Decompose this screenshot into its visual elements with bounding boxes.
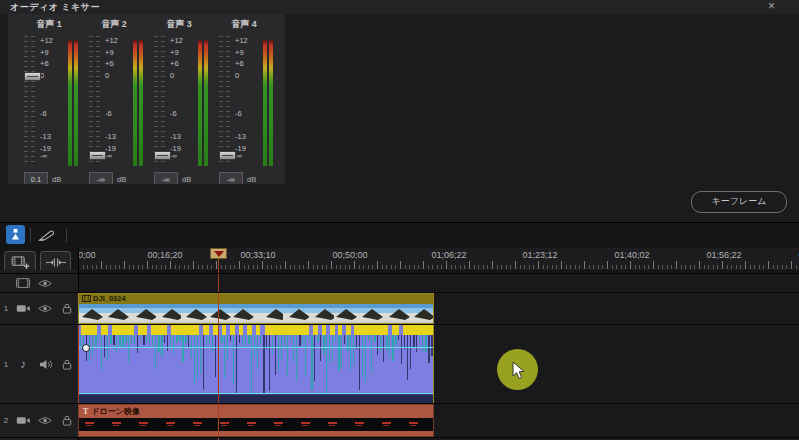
gain-value-input[interactable]: -∞ [89,172,113,184]
channel-name: 音声 3 [152,18,206,31]
waveform-bar [314,335,315,381]
design-tool-button[interactable] [34,225,60,244]
channel-name: 音声 1 [22,18,76,31]
title-text-mark [166,422,175,424]
fader-ticks [226,36,230,166]
volume-fader[interactable] [154,151,171,160]
video-thumbnail [309,304,335,323]
waveform-bar [407,335,408,380]
note-icon[interactable]: ♪ [12,359,34,369]
track-lane[interactable] [79,274,799,292]
gain-value-input[interactable]: 0.1 [24,172,48,184]
keyframe-button[interactable]: キーフレーム [691,191,787,213]
time-ruler[interactable]: 0;0000;16;2000;33;1000;50;0001;06;2201;2… [78,248,799,270]
waveform-bar [155,335,156,369]
waveform-bar [326,335,327,393]
track-header: 2 [0,404,78,437]
scale-label: -6 [105,110,125,117]
track-header: 1♪ [0,325,78,403]
close-icon[interactable]: × [768,0,775,13]
waveform-bar [425,335,427,352]
waveform-bar [401,335,402,364]
mixer-titlebar: オーディオ ミキサー × [0,0,799,14]
volume-segment [222,325,226,335]
volume-fader[interactable] [89,151,106,160]
title-clip[interactable]: Tドローン映像 [78,404,434,437]
volume-segment [81,325,97,335]
speaker-icon[interactable] [34,359,56,370]
volume-segment [101,325,108,335]
waveform-bar [416,335,417,352]
playhead-line[interactable] [218,248,219,440]
lock-icon[interactable] [56,303,78,314]
track-separator [0,273,799,274]
waveform-bar [173,335,174,355]
camera-icon[interactable] [12,416,34,425]
volume-envelope-line[interactable] [79,347,433,348]
volume-fader[interactable] [219,151,236,160]
mixer-channel: 音声 1+12+9+60-6-13-19-∞0.1dB [22,18,84,182]
video-clip-thumbnails [79,304,433,323]
waveform-bar [224,335,225,378]
fader-ticks [31,36,35,166]
video-clip[interactable]: DJI_0324 [78,293,434,324]
waveform-bar [203,335,204,390]
eye-icon[interactable] [34,304,56,313]
waveform-bar [296,335,297,380]
gain-unit-label: dB [52,175,61,184]
fader-ticks [96,36,100,166]
channel-value-row: -∞dB [154,172,214,184]
filmstrip-plus-icon [11,256,30,269]
volume-segment [203,325,209,335]
volume-segment [313,325,318,335]
scale-label: -6 [40,110,60,117]
audio-clip[interactable] [78,325,434,404]
waveform-bar [353,335,354,365]
scale-label: -13 [40,133,60,140]
gain-value-input[interactable]: -∞ [154,172,178,184]
select-tool-button[interactable] [6,225,25,244]
volume-segment [346,325,351,335]
waveform-bar [176,335,178,343]
camera-icon[interactable] [12,304,34,313]
scale-label: -∞ [170,152,190,159]
eye-icon[interactable] [34,279,56,288]
channel-value-row: -∞dB [219,172,279,184]
gain-value-input[interactable]: -∞ [219,172,243,184]
scale-label: -13 [235,133,255,140]
lock-icon[interactable] [56,359,78,370]
waveform-bar [263,335,265,394]
scale-label: +9 [235,49,255,56]
timeline-panel: 0;0000;16;2000;33;1000;50;0001;06;2201;2… [0,223,799,440]
scale-label: -19 [235,145,255,152]
title-text-mark [301,422,310,424]
scale-label: -6 [170,110,190,117]
track-number: 1 [0,360,12,369]
scale-label: +9 [105,49,125,56]
fader-ticks [219,36,223,166]
volume-fader[interactable] [24,72,41,81]
scale-label: +6 [40,60,60,67]
waveform-bar [131,335,132,344]
scale-label: +12 [170,37,190,44]
level-meter [263,40,274,166]
eye-icon[interactable] [34,416,56,425]
title-T-icon: T [83,405,88,418]
waveform-bar [149,335,150,342]
volume-segment [265,325,309,335]
volume-keyframe-dot[interactable] [82,344,90,352]
waveform-bar [140,335,141,340]
playhead-marker[interactable] [210,248,227,259]
scale-label: -∞ [40,152,60,159]
film-icon[interactable] [12,278,34,288]
gain-unit-label: dB [182,175,191,184]
fader-ticks [154,36,158,166]
scale-label: -∞ [105,152,125,159]
video-thumbnail [385,304,411,323]
waveform-bar [269,335,270,391]
title-clip-titlebar: Tドローン映像 [79,405,433,418]
lock-icon[interactable] [56,415,78,426]
title-text-mark [193,422,202,424]
channel-name: 音声 4 [217,18,271,31]
channel-value-row: -∞dB [89,172,149,184]
